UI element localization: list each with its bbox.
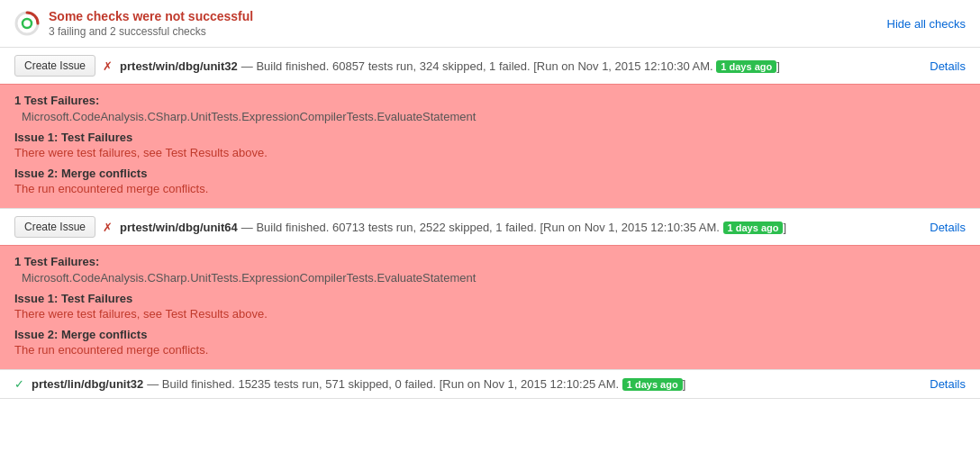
fail-icon-1: ✗ [103,59,113,73]
issue-2-title-2: Issue 2: Merge conflicts [14,328,966,341]
status-spinner-icon [14,11,40,36]
issue-2-title-1: Issue 2: Merge conflicts [14,167,966,180]
check-header-success: ✓ prtest/lin/dbg/unit32 — Build finished… [0,370,980,398]
failures-header-2: 1 Test Failures: [14,255,966,268]
header-text-block: Some checks were not successful 3 failin… [49,9,253,38]
check-header-1: Create Issue ✗ prtest/win/dbg/unit32 — B… [0,48,980,84]
checks-header: Some checks were not successful 3 failin… [0,0,980,48]
check-name-2: prtest/win/dbg/unit64 [120,221,238,234]
issue-1-title-1: Issue 1: Test Failures [14,131,966,144]
issue-1-body-1: There were test failures, see Test Resul… [14,146,966,159]
check-details-2: 1 Test Failures: Microsoft.CodeAnalysis.… [0,245,980,369]
details-link-2[interactable]: Details [930,221,966,234]
time-badge-2: 1 days ago [723,221,784,234]
check-description-success: — Build finished. 15235 tests run, 571 s… [147,377,922,391]
time-badge-1: 1 days ago [716,60,776,73]
check-description-1: — Build finished. 60857 tests run, 324 s… [241,59,922,73]
time-badge-success: 1 days ago [622,378,683,391]
check-name-success: prtest/lin/dbg/unit32 [32,377,143,391]
check-header-2: Create Issue ✗ prtest/win/dbg/unit64 — B… [0,209,980,245]
issue-1-body-2: There were test failures, see Test Resul… [14,307,966,321]
hide-all-checks-link[interactable]: Hide all checks [887,17,966,31]
check-description-2: — Build finished. 60713 tests run, 2522 … [241,221,922,234]
issue-2-body-2: The run encountered merge conflicts. [14,343,966,357]
details-link-success[interactable]: Details [930,377,966,391]
fail-icon-2: ✗ [103,221,113,234]
issue-1-title-2: Issue 1: Test Failures [14,292,966,305]
check-header-text-1: prtest/win/dbg/unit32 — Build finished. … [120,59,922,73]
check-details-1: 1 Test Failures: Microsoft.CodeAnalysis.… [0,84,980,208]
details-link-1[interactable]: Details [930,59,966,73]
check-name-1: prtest/win/dbg/unit32 [120,59,238,73]
create-issue-button-1[interactable]: Create Issue [14,55,95,77]
create-issue-button-2[interactable]: Create Issue [14,216,95,238]
check-row-1: Create Issue ✗ prtest/win/dbg/unit32 — B… [0,48,980,209]
success-icon: ✓ [14,377,24,391]
issue-2-body-1: The run encountered merge conflicts. [14,182,966,195]
failure-item-2: Microsoft.CodeAnalysis.CSharp.UnitTests.… [22,271,966,285]
header-subtitle: 3 failing and 2 successful checks [49,25,253,38]
header-title: Some checks were not successful [49,9,253,23]
check-row-2: Create Issue ✗ prtest/win/dbg/unit64 — B… [0,209,980,370]
check-header-text-success: prtest/lin/dbg/unit32 — Build finished. … [32,377,922,391]
check-row-success: ✓ prtest/lin/dbg/unit32 — Build finished… [0,370,980,399]
check-header-text-2: prtest/win/dbg/unit64 — Build finished. … [120,221,922,234]
failure-item-1: Microsoft.CodeAnalysis.CSharp.UnitTests.… [22,110,966,123]
header-left: Some checks were not successful 3 failin… [14,9,253,38]
failures-header-1: 1 Test Failures: [14,94,966,107]
svg-point-1 [23,19,32,28]
